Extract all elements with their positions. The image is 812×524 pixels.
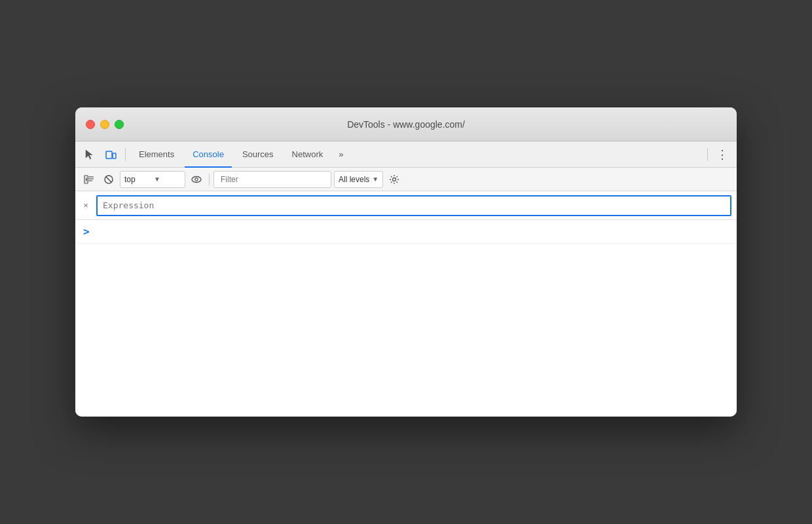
levels-arrow: ▼ [372,176,378,183]
watch-expression-icon[interactable] [188,171,205,188]
toolbar-divider-1 [209,174,210,185]
prompt-chevron: > [83,225,90,238]
svg-line-8 [106,176,112,182]
console-content: > [75,220,737,417]
console-prompt-row: > [75,220,737,244]
tab-sources[interactable]: Sources [234,141,282,168]
close-button[interactable] [86,120,95,129]
console-toolbar: top ▼ All levels ▼ [75,168,737,191]
minimize-button[interactable] [100,120,109,129]
svg-point-11 [393,178,396,181]
clear-console-icon[interactable] [81,171,98,188]
tabs-bar: Elements Console Sources Network » ⋮ [75,141,737,168]
window-controls [86,120,124,129]
console-area: > [75,220,737,244]
expression-input[interactable] [96,195,731,216]
tab-console[interactable]: Console [185,141,232,168]
svg-rect-0 [106,151,112,159]
device-toolbar-icon[interactable] [101,145,120,164]
context-selector-arrow: ▼ [154,176,181,183]
tab-network[interactable]: Network [284,141,331,168]
close-expression-button[interactable]: × [81,200,91,210]
svg-point-9 [192,176,201,182]
levels-selector[interactable]: All levels ▼ [334,171,383,188]
filter-wrapper [213,171,331,188]
svg-point-10 [195,178,198,180]
maximize-button[interactable] [115,120,124,129]
select-element-icon[interactable] [81,145,99,164]
svg-rect-1 [113,153,116,159]
console-settings-icon[interactable] [386,171,403,188]
tab-elements[interactable]: Elements [131,141,182,168]
more-tabs-button[interactable]: » [333,141,348,168]
window-title: DevTools - www.google.com/ [347,119,465,130]
expression-bar: × [75,191,737,220]
svg-marker-6 [86,177,87,182]
context-selector[interactable]: top ▼ [120,171,185,188]
block-icon[interactable] [100,171,117,188]
tab-divider-left [125,148,126,161]
title-bar: DevTools - www.google.com/ [75,107,737,141]
devtools-window: DevTools - www.google.com/ Elements [75,107,737,417]
window-body: Elements Console Sources Network » ⋮ [75,141,737,417]
tab-divider-right [707,148,708,161]
filter-input[interactable] [217,175,328,184]
devtools-menu-button[interactable]: ⋮ [713,145,731,164]
